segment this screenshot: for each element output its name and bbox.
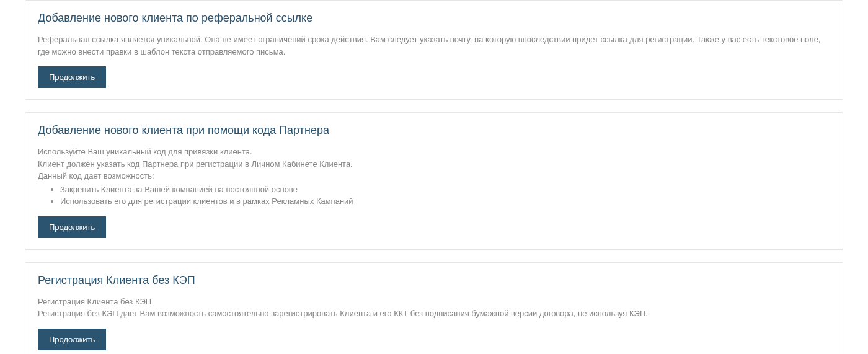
continue-button[interactable]: Продолжить	[38, 216, 106, 238]
desc-line: Данный код дает возможность:	[38, 170, 830, 182]
card-no-kep: Регистрация Клиента без КЭП Регистрация …	[25, 262, 843, 355]
list-item: Использовать его для регистрации клиенто…	[60, 195, 830, 208]
bullet-list: Закрепить Клиента за Вашей компанией на …	[38, 184, 830, 208]
desc-line: Регистрация без КЭП дает Вам возможность…	[38, 308, 830, 320]
card-description: Используйте Ваш уникальный код для привя…	[38, 146, 830, 208]
card-description: Регистрация Клиента без КЭП Регистрация …	[38, 296, 830, 320]
desc-line: Используйте Ваш уникальный код для привя…	[38, 146, 830, 158]
desc-line: Клиент должен указать код Партнера при р…	[38, 158, 830, 170]
card-description: Реферальная ссылка является уникальной. …	[38, 33, 830, 58]
list-item: Закрепить Клиента за Вашей компанией на …	[60, 184, 830, 196]
card-title: Добавление нового клиента по реферальной…	[38, 12, 830, 25]
continue-button[interactable]: Продолжить	[38, 66, 106, 88]
card-title: Регистрация Клиента без КЭП	[38, 274, 830, 287]
continue-button[interactable]: Продолжить	[38, 329, 106, 350]
card-partner-code: Добавление нового клиента при помощи код…	[25, 112, 843, 250]
card-referral-link: Добавление нового клиента по реферальной…	[25, 0, 843, 100]
desc-line: Регистрация Клиента без КЭП	[38, 296, 830, 308]
main-container: Добавление нового клиента по реферальной…	[0, 0, 868, 354]
card-title: Добавление нового клиента при помощи код…	[38, 124, 830, 137]
